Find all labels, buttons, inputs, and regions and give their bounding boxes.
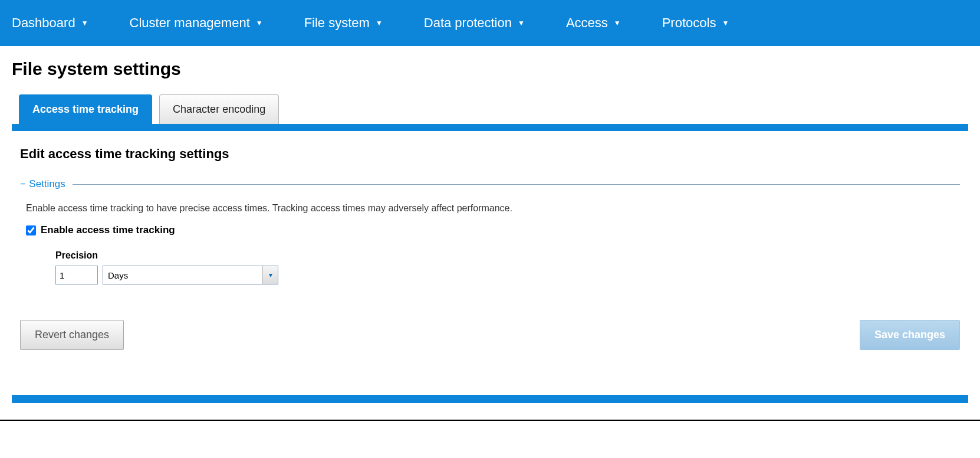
group-header[interactable]: − Settings [20,178,960,190]
nav-file-system[interactable]: File system ▼ [304,15,383,31]
nav-label: Cluster management [130,15,250,31]
precision-inputs: Days ▾ [55,266,960,284]
enable-access-time-checkbox[interactable] [26,225,36,235]
nav-cluster-management[interactable]: Cluster management ▼ [130,15,263,31]
save-button[interactable]: Save changes [860,320,960,350]
nav-label: Data protection [424,15,512,31]
nav-label: Protocols [662,15,716,31]
settings-group: − Settings Enable access time tracking t… [20,178,960,284]
chevron-down-icon: ▼ [81,19,88,27]
precision-unit-value: Days [103,266,262,284]
nav-access[interactable]: Access ▼ [566,15,621,31]
tab-container: Access time tracking Character encoding … [12,94,968,403]
nav-label: Access [566,15,608,31]
tab-access-time-tracking[interactable]: Access time tracking [19,94,152,124]
divider [73,184,960,185]
panel-title: Edit access time tracking settings [20,146,960,162]
nav-protocols[interactable]: Protocols ▼ [662,15,729,31]
nav-label: File system [304,15,370,31]
enable-access-time-label: Enable access time tracking [41,224,175,236]
help-text: Enable access time tracking to have prec… [26,203,960,214]
precision-block: Precision Days ▾ [55,250,960,284]
nav-data-protection[interactable]: Data protection ▼ [424,15,525,31]
precision-value-input[interactable] [55,266,98,284]
revert-button[interactable]: Revert changes [20,320,124,350]
page-title: File system settings [0,46,980,94]
tab-strip [12,124,968,131]
enable-access-time-row: Enable access time tracking [26,224,960,236]
top-nav: Dashboard ▼ Cluster management ▼ File sy… [0,0,980,46]
chevron-down-icon: ▼ [256,19,263,27]
page-bottom-border [0,420,980,421]
chevron-down-icon: ▼ [614,19,621,27]
tab-list: Access time tracking Character encoding [12,94,968,124]
bottom-accent-bar [12,395,968,403]
chevron-down-icon: ▼ [722,19,729,27]
nav-label: Dashboard [12,15,75,31]
panel-footer: Revert changes Save changes [20,308,960,350]
group-label: Settings [29,178,65,190]
tab-character-encoding[interactable]: Character encoding [159,94,279,124]
chevron-down-icon: ▼ [376,19,383,27]
precision-unit-select[interactable]: Days ▾ [103,266,278,284]
nav-dashboard[interactable]: Dashboard ▼ [12,15,88,31]
collapse-icon: − [20,179,25,189]
chevron-down-icon: ▾ [262,266,278,284]
panel: Edit access time tracking settings − Set… [12,131,968,362]
chevron-down-icon: ▼ [518,19,525,27]
precision-label: Precision [55,250,960,261]
